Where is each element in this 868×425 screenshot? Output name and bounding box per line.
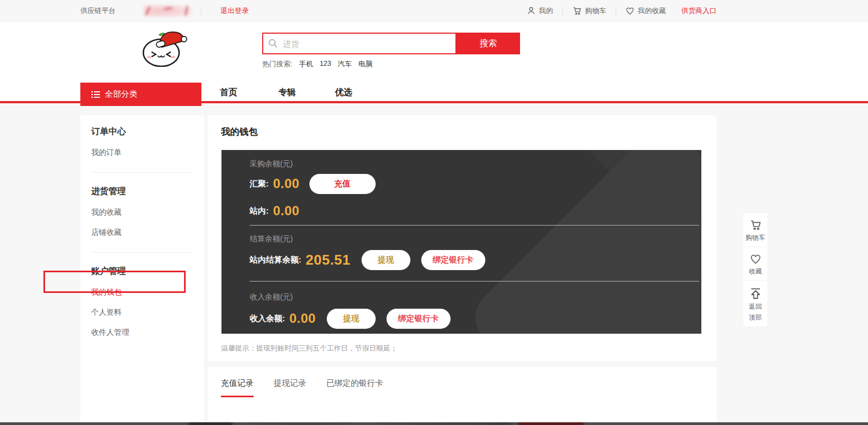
- hot-search-row: 热门搜索: 手机 123 汽车 电脑: [262, 59, 372, 69]
- hot-search-item[interactable]: 汽车: [338, 59, 352, 69]
- wallet-panel: 我的钱包 采购余额(元) 汇聚: 0.00 充值 站内: 0.00 结算余额(元…: [208, 115, 717, 361]
- withdraw-tip: 温馨提示：提现到账时间三到五个工作日，节假日顺延；: [221, 343, 397, 353]
- nav-home[interactable]: 首页: [220, 87, 237, 98]
- settlement-balance-row: 站内结算余额: 205.51 提现 绑定银行卡: [250, 249, 485, 271]
- hot-search-item[interactable]: 123: [320, 59, 332, 69]
- bind-bank-card-button[interactable]: 绑定银行卡: [387, 309, 451, 329]
- user-name-redacted[interactable]: [144, 5, 192, 17]
- search-button[interactable]: 搜索: [457, 33, 520, 54]
- back-to-top-label-1: 返回: [749, 303, 762, 311]
- float-favorite-button[interactable]: 收藏: [743, 247, 768, 280]
- income-balance-label: 收入余额(元): [250, 292, 293, 302]
- income-balance-row: 收入余额: 0.00 提现 绑定银行卡: [250, 308, 451, 329]
- settlement-name: 站内结算余额:: [250, 255, 301, 265]
- sidebar-item-my-orders[interactable]: 我的订单: [91, 148, 193, 158]
- logout-link[interactable]: 退出登录: [220, 6, 249, 16]
- sidebar-item-recipients[interactable]: 收件人管理: [91, 328, 193, 338]
- heart-icon: [749, 253, 762, 265]
- favorites-link[interactable]: 我的收藏: [625, 6, 666, 16]
- sidebar-section-title: 进货管理: [91, 186, 193, 197]
- bottom-window-edge: [0, 422, 868, 425]
- my-account-label: 我的: [539, 6, 553, 16]
- withdraw-button[interactable]: 提现: [327, 309, 376, 329]
- cart-link[interactable]: 购物车: [572, 6, 606, 16]
- back-to-top-label-2: 顶部: [749, 314, 762, 322]
- withdraw-button[interactable]: 提现: [362, 250, 410, 270]
- cart-icon: [749, 219, 762, 231]
- settlement-balance-label: 结算余额(元): [250, 234, 293, 244]
- sidebar-section-title: 订单中心: [91, 126, 193, 138]
- back-to-top-button[interactable]: 返回 顶部: [743, 280, 768, 327]
- platform-label: 供应链平台: [80, 6, 116, 16]
- purchase-balance-label: 采购余额(元): [250, 159, 293, 169]
- income-name: 收入余额:: [250, 314, 285, 324]
- settlement-value: 205.51: [306, 252, 351, 268]
- divider: [250, 281, 699, 282]
- search-bar: 搜索: [262, 33, 520, 54]
- top-bar: 供应链平台 | 退出登录 我的 | 购物车: [0, 0, 868, 22]
- cart-label: 购物车: [585, 6, 606, 16]
- records-panel: 充值记录 提现记录 已绑定的银行卡: [208, 367, 717, 422]
- page-title: 我的钱包: [221, 126, 258, 138]
- zhannei-value: 0.00: [273, 203, 300, 218]
- sidebar-item-profile[interactable]: 个人资料: [91, 308, 193, 317]
- active-tab-underline: [221, 396, 254, 397]
- hot-search-item[interactable]: 手机: [299, 59, 313, 69]
- card-decor-shape: [464, 150, 701, 334]
- divider: [91, 252, 193, 253]
- supplier-entry-link[interactable]: 供货商入口: [681, 6, 717, 16]
- nav-premium[interactable]: 优选: [335, 87, 352, 98]
- divider: [91, 172, 193, 173]
- huiju-name: 汇聚:: [250, 179, 269, 189]
- tab-withdraw-records[interactable]: 提现记录: [274, 378, 306, 397]
- topbar-left: 供应链平台 | 退出登录: [80, 0, 249, 21]
- favorites-label: 我的收藏: [638, 6, 666, 16]
- back-to-top-icon: [749, 287, 762, 300]
- float-favorite-label: 收藏: [749, 267, 762, 276]
- tab-recharge-records[interactable]: 充值记录: [221, 378, 254, 397]
- huiju-balance-row: 汇聚: 0.00 充值: [250, 173, 376, 195]
- separator: |: [200, 7, 202, 15]
- account-sidebar: 订单中心 我的订单 进货管理 我的收藏 店铺收藏 账户管理 我的钱包 个人资料 …: [80, 115, 204, 422]
- recharge-button[interactable]: 充值: [309, 174, 376, 194]
- search-icon: [268, 38, 278, 49]
- my-account-link[interactable]: 我的: [527, 6, 553, 16]
- records-tabs: 充值记录 提现记录 已绑定的银行卡: [208, 367, 717, 397]
- search-input[interactable]: [262, 33, 457, 54]
- sidebar-item-my-favorites[interactable]: 我的收藏: [91, 208, 193, 217]
- category-list-icon: [91, 91, 100, 98]
- all-categories-button[interactable]: 全部分类: [80, 83, 201, 106]
- floating-toolbar: 购物车 收藏 返回 顶部: [743, 212, 768, 327]
- cart-icon: [572, 6, 582, 15]
- sidebar-section-title: 账户管理: [91, 266, 193, 277]
- divider: [250, 225, 699, 226]
- sidebar-item-my-wallet[interactable]: 我的钱包: [91, 288, 193, 297]
- topbar-right: 我的 | 购物车 | 我的收藏 供货商入口: [527, 0, 717, 21]
- hot-search-label: 热门搜索:: [262, 59, 293, 69]
- hot-search-item[interactable]: 电脑: [358, 59, 372, 69]
- float-cart-button[interactable]: 购物车: [743, 213, 768, 247]
- tab-bound-bank-cards[interactable]: 已绑定的银行卡: [326, 378, 383, 397]
- income-value: 0.00: [289, 311, 316, 326]
- user-icon: [527, 6, 536, 15]
- zhannei-name: 站内:: [250, 206, 269, 216]
- balance-card: 采购余额(元) 汇聚: 0.00 充值 站内: 0.00 结算余额(元) 站内结…: [221, 150, 701, 334]
- tab-label: 充值记录: [221, 378, 254, 388]
- huiju-value: 0.00: [273, 176, 300, 191]
- separator: |: [562, 7, 563, 15]
- heart-icon: [625, 7, 635, 15]
- zhannei-balance-row: 站内: 0.00: [250, 200, 300, 222]
- site-logo[interactable]: [137, 30, 188, 67]
- bind-bank-card-button[interactable]: 绑定银行卡: [421, 250, 485, 270]
- float-cart-label: 购物车: [746, 234, 765, 242]
- nav-albums[interactable]: 专辑: [278, 87, 296, 98]
- all-categories-label: 全部分类: [105, 89, 137, 99]
- separator: |: [615, 7, 617, 15]
- sidebar-item-shop-favorites[interactable]: 店铺收藏: [91, 228, 193, 238]
